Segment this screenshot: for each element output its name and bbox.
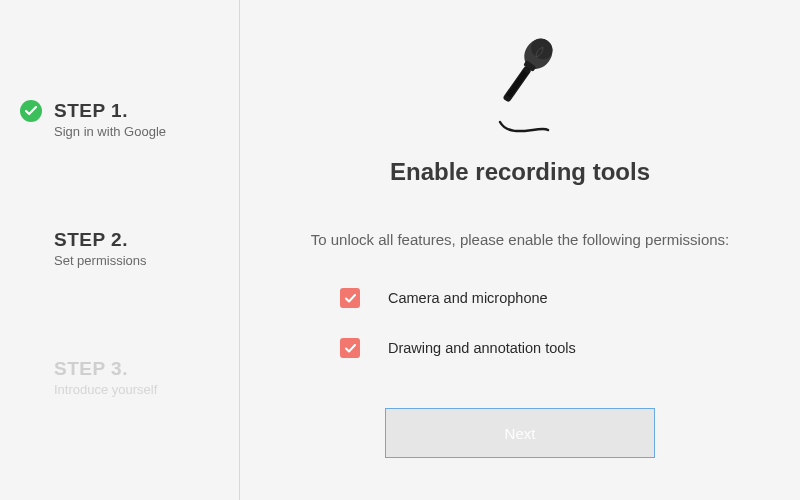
step-3: STEP 3. Introduce yourself xyxy=(20,358,219,397)
next-button-label: Next xyxy=(505,425,536,442)
permission-row: Drawing and annotation tools xyxy=(340,338,576,358)
step-subtitle: Set permissions xyxy=(54,253,146,268)
step-title: STEP 2. xyxy=(54,229,146,251)
check-circle-icon xyxy=(20,100,42,122)
checkbox-camera-mic[interactable] xyxy=(340,288,360,308)
svg-rect-4 xyxy=(506,70,527,97)
step-2: STEP 2. Set permissions xyxy=(20,229,219,268)
step-title: STEP 1. xyxy=(54,100,166,122)
onboarding-main: Enable recording tools To unlock all fea… xyxy=(240,0,800,500)
page-body: To unlock all features, please enable th… xyxy=(311,231,730,248)
checkmark-icon xyxy=(345,344,356,353)
permission-row: Camera and microphone xyxy=(340,288,576,308)
page-title: Enable recording tools xyxy=(390,158,650,186)
step-1: STEP 1. Sign in with Google xyxy=(20,100,219,139)
onboarding-sidebar: STEP 1. Sign in with Google STEP 2. Set … xyxy=(0,0,240,500)
step-title: STEP 3. xyxy=(54,358,157,380)
step-subtitle: Sign in with Google xyxy=(54,124,166,139)
checkmark-icon xyxy=(345,294,356,303)
permission-label: Drawing and annotation tools xyxy=(388,340,576,356)
checkbox-drawing-tools[interactable] xyxy=(340,338,360,358)
permissions-list: Camera and microphone Drawing and annota… xyxy=(340,288,576,388)
next-button[interactable]: Next xyxy=(385,408,655,458)
step-icon-placeholder xyxy=(20,358,42,380)
microphone-icon xyxy=(470,30,570,140)
permission-label: Camera and microphone xyxy=(388,290,548,306)
step-icon-placeholder xyxy=(20,229,42,251)
step-subtitle: Introduce yourself xyxy=(54,382,157,397)
